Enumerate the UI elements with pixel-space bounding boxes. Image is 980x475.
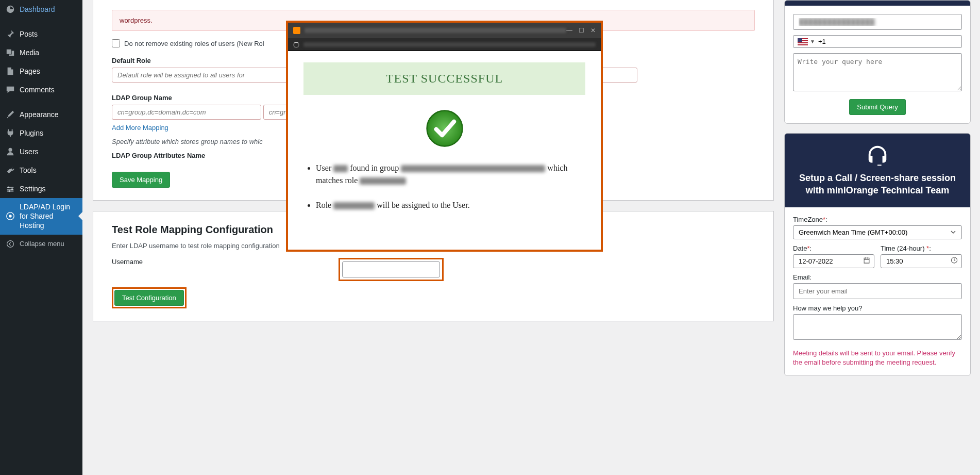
username-input-highlight	[339, 258, 444, 281]
headset-icon	[866, 144, 889, 168]
sidebar-item-dashboard[interactable]: Dashboard	[0, 0, 82, 19]
minimize-icon[interactable]: ―	[566, 27, 572, 34]
sidebar-item-media[interactable]: Media	[0, 43, 82, 62]
tab-title-blurred	[305, 28, 566, 33]
success-banner: TEST SUCCESSFUL	[303, 62, 585, 95]
test-configuration-button[interactable]: Test Configuration	[114, 290, 184, 306]
ldap-icon	[5, 211, 15, 221]
close-icon[interactable]: ✕	[590, 27, 596, 34]
window-controls[interactable]: ― ☐ ✕	[566, 27, 596, 34]
media-icon	[5, 47, 15, 58]
add-mapping-link[interactable]: Add More Mapping	[112, 124, 168, 132]
result-message-list: User xx found in group xxxxxxxxxxxxxxxxx…	[303, 162, 585, 211]
setup-title: Setup a Call / Screen-share session with…	[794, 172, 961, 197]
plug-icon	[5, 128, 15, 138]
collapse-menu-button[interactable]: Collapse menu	[0, 235, 82, 253]
comments-icon	[5, 85, 15, 95]
phone-input[interactable]	[818, 38, 957, 45]
setup-call-card: Setup a Call / Screen-share session with…	[784, 133, 971, 376]
date-label: Date*:	[793, 244, 874, 252]
loading-spinner-icon	[293, 42, 299, 48]
query-card: ▼ Submit Query	[784, 0, 971, 124]
collapse-label: Collapse menu	[20, 240, 64, 248]
admin-sidebar: Dashboard Posts Media Pages Comments App…	[0, 0, 82, 475]
timezone-select[interactable]: Greenwich Mean Time (GMT+00:00)	[793, 225, 962, 239]
query-card-header	[785, 1, 970, 6]
sidebar-item-settings[interactable]: Settings	[0, 179, 82, 198]
sidebar-item-posts[interactable]: Posts	[0, 25, 82, 43]
sidebar-item-label: LDAP/AD Login for Shared Hosting	[20, 202, 78, 231]
settings-icon	[5, 184, 15, 194]
sidebar-item-label: Pages	[20, 67, 40, 75]
username-label: Username	[112, 258, 318, 266]
test-result-modal: ― ☐ ✕ TEST SUCCESSFUL User xx found in g…	[286, 21, 603, 252]
result-message-2: Role xxxxxx will be assigned to the User…	[316, 199, 585, 211]
svg-point-1	[11, 188, 13, 190]
meeting-note: Meeting details will be sent to your ema…	[793, 349, 962, 367]
ldap-group-input-1[interactable]	[112, 105, 261, 120]
chevron-down-icon[interactable]: ▼	[810, 39, 815, 44]
sidebar-item-tools[interactable]: Tools	[0, 161, 82, 179]
sidebar-item-label: Settings	[20, 185, 46, 193]
address-bar-blurred	[303, 42, 596, 47]
sidebar-item-label: Dashboard	[20, 5, 55, 13]
modal-browser-chrome: ― ☐ ✕	[288, 23, 601, 51]
time-label: Time (24-hour) *:	[881, 244, 962, 252]
flag-icon	[798, 38, 808, 45]
warning-text: wordpress.	[120, 17, 153, 24]
sidebar-item-label: Users	[20, 148, 39, 156]
svg-point-7	[427, 111, 462, 146]
sidebar-item-ldap[interactable]: LDAP/AD Login for Shared Hosting	[0, 198, 82, 235]
query-textarea[interactable]	[793, 53, 962, 91]
result-message-1: User xx found in group xxxxxxxxxxxxxxxxx…	[316, 162, 585, 187]
submit-query-button[interactable]: Submit Query	[849, 99, 905, 115]
sidebar-item-plugins[interactable]: Plugins	[0, 124, 82, 142]
collapse-icon	[5, 239, 15, 249]
sidebar-item-label: Plugins	[20, 129, 43, 137]
users-icon	[5, 146, 15, 157]
checkbox-label: Do not remove existing roles of users (N…	[124, 40, 264, 47]
dashboard-icon	[5, 4, 15, 14]
timezone-label: TimeZone*:	[793, 216, 962, 223]
right-rail: ▼ Submit Query Setup a Call / Screen-sha…	[784, 0, 980, 475]
pages-icon	[5, 66, 15, 76]
sidebar-item-label: Media	[20, 48, 39, 57]
email-label: Email:	[793, 273, 962, 281]
username-input[interactable]	[342, 261, 440, 277]
setup-call-header: Setup a Call / Screen-share session with…	[785, 134, 970, 207]
help-textarea[interactable]	[793, 314, 962, 340]
phone-input-row[interactable]: ▼	[793, 35, 962, 48]
sidebar-item-label: Appearance	[20, 110, 59, 119]
svg-point-0	[8, 187, 10, 189]
svg-point-5	[7, 240, 14, 247]
pin-icon	[5, 29, 15, 39]
sidebar-item-label: Comments	[20, 86, 55, 94]
sidebar-item-appearance[interactable]: Appearance	[0, 105, 82, 124]
svg-point-4	[9, 215, 11, 218]
test-config-highlight: Test Configuration	[112, 287, 187, 308]
calendar-icon[interactable]	[863, 257, 870, 266]
maximize-icon[interactable]: ☐	[579, 27, 584, 34]
save-mapping-button[interactable]: Save Mapping	[112, 172, 170, 188]
sidebar-item-label: Tools	[20, 166, 37, 174]
sidebar-item-pages[interactable]: Pages	[0, 62, 82, 80]
sidebar-item-comments[interactable]: Comments	[0, 80, 82, 99]
sidebar-item-label: Posts	[20, 30, 38, 38]
remove-roles-checkbox[interactable]	[112, 39, 120, 47]
success-check-icon	[424, 107, 466, 150]
clock-icon[interactable]	[951, 257, 958, 266]
svg-point-2	[8, 190, 10, 192]
tools-icon	[5, 165, 15, 175]
brush-icon	[5, 109, 15, 120]
meeting-email-input[interactable]	[793, 283, 962, 299]
help-label: How may we help you?	[793, 304, 962, 312]
sidebar-item-users[interactable]: Users	[0, 142, 82, 161]
time-input[interactable]	[881, 254, 962, 268]
date-input[interactable]	[793, 254, 874, 268]
contact-email-input[interactable]	[793, 14, 962, 30]
tab-favicon	[293, 27, 300, 34]
